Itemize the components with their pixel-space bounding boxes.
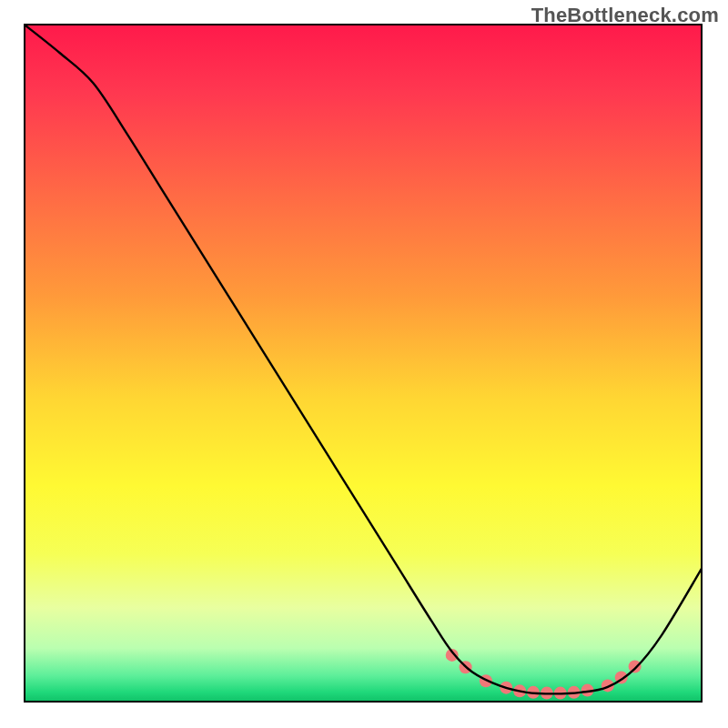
bottleneck-curve bbox=[25, 25, 703, 693]
watermark-label: TheBottleneck.com bbox=[531, 4, 719, 27]
marker-dot bbox=[629, 661, 642, 673]
plot-area bbox=[25, 25, 703, 703]
curve-overlay bbox=[25, 25, 703, 703]
chart-container: TheBottleneck.com bbox=[0, 0, 728, 728]
